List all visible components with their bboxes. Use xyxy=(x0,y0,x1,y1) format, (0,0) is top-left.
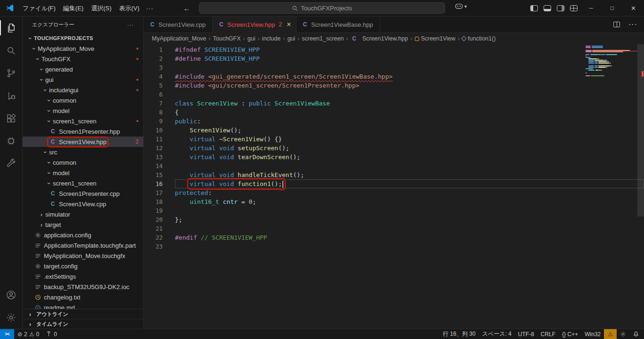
toggle-secondary-sidebar-icon[interactable] xyxy=(557,5,564,11)
tab-screen1viewbase-hpp[interactable]: CScreen1ViewBase.hpp xyxy=(297,16,380,32)
menu-overflow-icon[interactable]: ··· xyxy=(143,0,157,16)
breadcrumb-include[interactable]: include xyxy=(262,35,281,42)
breadcrumb-screen1view-hpp[interactable]: CScreen1View.hpp xyxy=(350,35,408,42)
tree-item-screen1view-cpp[interactable]: CScreen1View.cpp xyxy=(23,199,143,209)
menu-item-1[interactable]: 編集(E) xyxy=(59,0,87,16)
run-and-debug-icon[interactable] xyxy=(0,84,23,107)
command-center-search[interactable]: TouchGFXProjects xyxy=(199,2,445,14)
maximize-button[interactable]: □ xyxy=(602,0,623,16)
menu-item-2[interactable]: 選択(S) xyxy=(87,0,115,16)
tree-item-include-gui[interactable]: ›include\gui● xyxy=(23,85,143,95)
minimize-button[interactable]: ─ xyxy=(580,0,602,16)
menu-item-0[interactable]: ファイル(F) xyxy=(19,0,59,16)
tree-item-myapplication-move-touchgfx[interactable]: MyApplication_Move.touchgfx xyxy=(23,250,143,261)
tree-item-touchgfxprojects[interactable]: ›TOUCHGFXPROJECTS xyxy=(23,33,143,43)
explorer-icon[interactable] xyxy=(0,16,23,39)
tree-item-label: .extSettings xyxy=(44,273,76,280)
window-close-button[interactable]: ✕ xyxy=(623,0,644,16)
status-platform[interactable]: Win32 xyxy=(581,331,604,338)
tree-item-model[interactable]: ›model xyxy=(23,168,143,178)
copilot-menu[interactable]: ▾ xyxy=(455,3,467,9)
code-content[interactable]: #ifndef SCREEN1VIEW_HPP#define SCREEN1VI… xyxy=(169,44,644,329)
tab-screen1view-hpp[interactable]: CScreen1View.hpp2✕ xyxy=(213,16,297,32)
split-editor-icon[interactable] xyxy=(613,22,620,27)
breadcrumb-screen1-screen[interactable]: screen1_screen xyxy=(301,35,344,42)
tree-item-inner: ›common xyxy=(45,159,76,166)
tree-item-target-config[interactable]: target.config xyxy=(23,261,143,271)
explorer-more-actions-icon[interactable]: ··· xyxy=(124,22,137,28)
tree-item-common[interactable]: ›common xyxy=(23,157,143,168)
tree-item-myapplication-move[interactable]: ›MyApplication_Move● xyxy=(23,43,143,54)
file-type-icon-hpp: C xyxy=(301,21,309,28)
breadcrumb-touchgfx[interactable]: TouchGFX xyxy=(213,35,241,42)
tree-item-applicationtemplate-touchgfx-part[interactable]: ApplicationTemplate.touchgfx.part xyxy=(23,240,143,250)
tree-item-readme-md[interactable]: readme.md xyxy=(23,302,143,309)
settings-gear-small-icon[interactable] xyxy=(617,329,629,339)
breadcrumb-screen1view[interactable]: Screen1View xyxy=(414,35,456,42)
status-eol[interactable]: CRLF xyxy=(537,331,559,338)
accounts-icon[interactable] xyxy=(0,283,23,306)
tree-item-extsettings[interactable]: .extSettings xyxy=(23,271,143,282)
tree-item-screen1-screen[interactable]: ›screen1_screen xyxy=(23,178,143,188)
code-token xyxy=(234,180,238,187)
scrollbar-thumb[interactable] xyxy=(637,44,644,217)
touchgfx-extension-icon[interactable] xyxy=(0,152,23,175)
outline-section-header[interactable]: › アウトライン xyxy=(23,309,143,319)
settings-gear-icon[interactable] xyxy=(0,306,23,329)
tree-item-changelog-txt[interactable]: changelog.txt xyxy=(23,292,143,302)
status-encoding[interactable]: UTF-8 xyxy=(515,331,537,338)
search-icon[interactable] xyxy=(0,39,23,62)
tree-item-application-config[interactable]: application.config xyxy=(23,230,143,240)
tree-item-model[interactable]: ›model xyxy=(23,105,143,116)
back-icon[interactable]: ← xyxy=(179,4,195,12)
code-token: void xyxy=(219,180,234,187)
stm32-extension-icon[interactable] xyxy=(0,129,23,152)
status-bar: >< ⊘ 2 ⚠ 0 0 行 16、列 30スペース: 4UTF-8CRLF{}… xyxy=(0,329,644,339)
vertical-scrollbar[interactable] xyxy=(637,44,644,329)
tree-item-common[interactable]: ›common xyxy=(23,95,143,105)
remote-indicator[interactable]: >< xyxy=(0,329,14,339)
status-cursor-position[interactable]: 行 16、列 30 xyxy=(439,330,479,338)
breadcrumb-function1[interactable]: function1() xyxy=(462,35,496,42)
tree-item-touchgfx[interactable]: ›TouchGFX● xyxy=(23,54,143,64)
tree-item-simulator[interactable]: ›simulator xyxy=(23,209,143,219)
extension-warning-badge[interactable]: ⚠ xyxy=(604,329,617,339)
editor-actions: ··· xyxy=(613,16,640,32)
source-control-icon[interactable] xyxy=(0,62,23,84)
symbol-class-icon xyxy=(415,37,419,41)
menu-item-3[interactable]: 表示(V) xyxy=(116,0,143,16)
tree-item-screen1presenter-hpp[interactable]: CScreen1Presenter.hpp xyxy=(23,126,143,137)
breadcrumb-gui[interactable]: gui xyxy=(247,35,256,42)
status-indentation[interactable]: スペース: 4 xyxy=(479,330,515,338)
toggle-panel-icon[interactable] xyxy=(544,5,551,11)
notifications-bell-icon[interactable] xyxy=(629,329,644,339)
breadcrumb-gui[interactable]: gui xyxy=(287,35,296,42)
customize-layout-icon[interactable] xyxy=(570,5,578,11)
timeline-section-header[interactable]: › タイムライン xyxy=(23,319,143,329)
code-token xyxy=(215,145,219,152)
tab-screen1view-cpp[interactable]: CScreen1View.cpp xyxy=(144,16,213,32)
tree-item-generated[interactable]: ›generated xyxy=(23,64,143,74)
breadcrumb-myapplication-move[interactable]: MyApplication_Move xyxy=(151,35,206,42)
minimap-line xyxy=(586,74,637,75)
toggle-primary-sidebar-icon[interactable] xyxy=(530,5,538,11)
gutter[interactable]: 1234567891011121314151617181920212223 xyxy=(144,44,169,329)
tree-item-screen1view-hpp[interactable]: CScreen1View.hpp2 xyxy=(23,137,143,147)
close-icon[interactable]: ✕ xyxy=(287,21,291,28)
tree-item-gui[interactable]: ›gui● xyxy=(23,74,143,85)
code-token: public xyxy=(175,118,197,125)
problems-status[interactable]: ⊘ 2 ⚠ 0 xyxy=(14,329,42,339)
tree-item-src[interactable]: ›src xyxy=(23,147,143,157)
breadcrumb-label: MyApplication_Move xyxy=(152,35,206,42)
minimap[interactable] xyxy=(586,46,637,78)
code-token: class xyxy=(175,100,193,107)
more-actions-icon[interactable]: ··· xyxy=(626,20,640,29)
status-language-mode[interactable]: {} C++ xyxy=(559,331,581,338)
tree-item-screen1presenter-cpp[interactable]: CScreen1Presenter.cpp xyxy=(23,188,143,199)
code-editor[interactable]: 1234567891011121314151617181920212223 #i… xyxy=(144,44,644,329)
tree-item-screen1-screen[interactable]: ›screen1_screen● xyxy=(23,116,143,126)
extensions-icon[interactable] xyxy=(0,107,23,129)
tree-item-backup-stm32u5g9j-dk2-ioc[interactable]: backup_STM32U5G9J-DK2.ioc xyxy=(23,282,143,292)
ports-status[interactable]: 0 xyxy=(42,329,60,339)
tree-item-target[interactable]: ›target xyxy=(23,219,143,230)
